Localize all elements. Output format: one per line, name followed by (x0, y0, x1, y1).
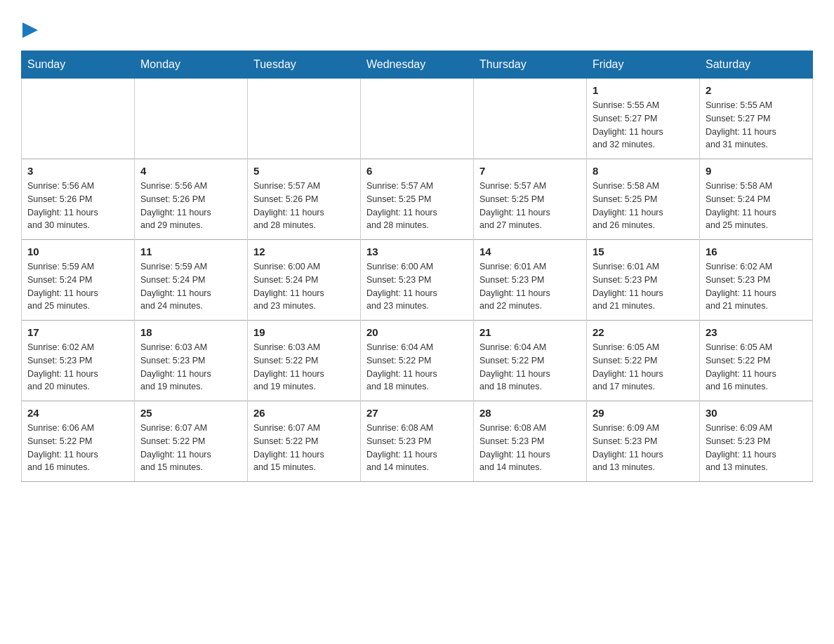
calendar-cell: 13Sunrise: 6:00 AMSunset: 5:23 PMDayligh… (361, 240, 474, 321)
calendar-cell: 19Sunrise: 6:03 AMSunset: 5:22 PMDayligh… (248, 321, 361, 401)
calendar-week-row: 10Sunrise: 5:59 AMSunset: 5:24 PMDayligh… (22, 240, 813, 321)
calendar-week-row: 1Sunrise: 5:55 AMSunset: 5:27 PMDaylight… (22, 79, 813, 159)
calendar-cell: 14Sunrise: 6:01 AMSunset: 5:23 PMDayligh… (474, 240, 587, 321)
day-info: Sunrise: 6:09 AMSunset: 5:23 PMDaylight:… (593, 422, 694, 474)
calendar-cell: 28Sunrise: 6:08 AMSunset: 5:23 PMDayligh… (474, 401, 587, 482)
svg-marker-0 (22, 22, 38, 38)
day-info: Sunrise: 5:58 AMSunset: 5:24 PMDaylight:… (706, 180, 807, 232)
calendar-cell (22, 79, 135, 159)
calendar-cell (248, 79, 361, 159)
day-number: 27 (366, 407, 468, 419)
day-info: Sunrise: 6:04 AMSunset: 5:22 PMDaylight:… (479, 341, 581, 394)
calendar-cell: 15Sunrise: 6:01 AMSunset: 5:23 PMDayligh… (587, 240, 700, 321)
day-number: 30 (706, 407, 807, 419)
calendar-cell: 30Sunrise: 6:09 AMSunset: 5:23 PMDayligh… (700, 401, 813, 482)
day-info: Sunrise: 6:08 AMSunset: 5:23 PMDaylight:… (479, 422, 581, 474)
logo (21, 21, 38, 38)
day-number: 7 (479, 165, 581, 177)
calendar-cell: 8Sunrise: 5:58 AMSunset: 5:25 PMDaylight… (587, 159, 700, 240)
calendar-cell: 1Sunrise: 5:55 AMSunset: 5:27 PMDaylight… (587, 79, 700, 159)
calendar-cell: 2Sunrise: 5:55 AMSunset: 5:27 PMDaylight… (700, 79, 813, 159)
day-info: Sunrise: 5:57 AMSunset: 5:26 PMDaylight:… (253, 180, 355, 232)
weekday-header-saturday: Saturday (700, 51, 813, 79)
weekday-header-tuesday: Tuesday (248, 51, 361, 79)
day-info: Sunrise: 5:58 AMSunset: 5:25 PMDaylight:… (593, 180, 694, 232)
day-number: 1 (593, 84, 694, 96)
page-header (21, 14, 813, 38)
calendar-cell: 9Sunrise: 5:58 AMSunset: 5:24 PMDaylight… (700, 159, 813, 240)
calendar-cell: 5Sunrise: 5:57 AMSunset: 5:26 PMDaylight… (248, 159, 361, 240)
calendar-cell: 3Sunrise: 5:56 AMSunset: 5:26 PMDaylight… (22, 159, 135, 240)
day-number: 29 (593, 407, 694, 419)
calendar-cell: 18Sunrise: 6:03 AMSunset: 5:23 PMDayligh… (135, 321, 248, 401)
day-info: Sunrise: 6:03 AMSunset: 5:22 PMDaylight:… (253, 341, 355, 394)
day-info: Sunrise: 5:56 AMSunset: 5:26 PMDaylight:… (27, 180, 128, 232)
day-number: 17 (27, 326, 128, 338)
day-number: 20 (366, 326, 468, 338)
calendar-cell (361, 79, 474, 159)
day-number: 10 (27, 246, 128, 257)
day-number: 18 (140, 326, 241, 338)
day-number: 2 (706, 84, 807, 96)
calendar-cell: 6Sunrise: 5:57 AMSunset: 5:25 PMDaylight… (361, 159, 474, 240)
day-info: Sunrise: 5:59 AMSunset: 5:24 PMDaylight:… (140, 260, 241, 313)
weekday-header-thursday: Thursday (474, 51, 587, 79)
day-number: 25 (140, 407, 241, 419)
calendar-cell (135, 79, 248, 159)
day-number: 28 (479, 407, 581, 419)
calendar-cell: 25Sunrise: 6:07 AMSunset: 5:22 PMDayligh… (135, 401, 248, 482)
calendar-table: SundayMondayTuesdayWednesdayThursdayFrid… (21, 51, 813, 482)
day-number: 4 (140, 165, 241, 177)
logo-icon (21, 21, 38, 38)
day-number: 6 (366, 165, 468, 177)
day-info: Sunrise: 6:02 AMSunset: 5:23 PMDaylight:… (27, 341, 128, 394)
day-number: 3 (27, 165, 128, 177)
calendar-cell: 29Sunrise: 6:09 AMSunset: 5:23 PMDayligh… (587, 401, 700, 482)
day-info: Sunrise: 6:08 AMSunset: 5:23 PMDaylight:… (366, 422, 468, 474)
day-info: Sunrise: 6:06 AMSunset: 5:22 PMDaylight:… (27, 422, 128, 474)
day-number: 9 (706, 165, 807, 177)
day-info: Sunrise: 5:55 AMSunset: 5:27 PMDaylight:… (593, 99, 694, 152)
day-info: Sunrise: 6:02 AMSunset: 5:23 PMDaylight:… (706, 260, 807, 313)
calendar-week-row: 17Sunrise: 6:02 AMSunset: 5:23 PMDayligh… (22, 321, 813, 401)
calendar-cell: 4Sunrise: 5:56 AMSunset: 5:26 PMDaylight… (135, 159, 248, 240)
weekday-header-monday: Monday (135, 51, 248, 79)
weekday-header-row: SundayMondayTuesdayWednesdayThursdayFrid… (22, 51, 813, 79)
weekday-header-friday: Friday (587, 51, 700, 79)
day-info: Sunrise: 5:55 AMSunset: 5:27 PMDaylight:… (706, 99, 807, 152)
day-number: 14 (479, 246, 581, 257)
day-number: 12 (253, 246, 355, 257)
calendar-cell: 23Sunrise: 6:05 AMSunset: 5:22 PMDayligh… (700, 321, 813, 401)
day-info: Sunrise: 5:59 AMSunset: 5:24 PMDaylight:… (27, 260, 128, 313)
day-info: Sunrise: 6:00 AMSunset: 5:24 PMDaylight:… (253, 260, 355, 313)
day-info: Sunrise: 5:57 AMSunset: 5:25 PMDaylight:… (479, 180, 581, 232)
day-number: 16 (706, 246, 807, 257)
logo-triangle-icon (22, 22, 38, 38)
weekday-header-sunday: Sunday (22, 51, 135, 79)
day-info: Sunrise: 6:03 AMSunset: 5:23 PMDaylight:… (140, 341, 241, 394)
calendar-cell: 26Sunrise: 6:07 AMSunset: 5:22 PMDayligh… (248, 401, 361, 482)
day-number: 26 (253, 407, 355, 419)
day-number: 23 (706, 326, 807, 338)
calendar-cell: 7Sunrise: 5:57 AMSunset: 5:25 PMDaylight… (474, 159, 587, 240)
day-number: 13 (366, 246, 468, 257)
calendar-cell: 16Sunrise: 6:02 AMSunset: 5:23 PMDayligh… (700, 240, 813, 321)
calendar-cell (474, 79, 587, 159)
day-info: Sunrise: 6:01 AMSunset: 5:23 PMDaylight:… (479, 260, 581, 313)
calendar-week-row: 24Sunrise: 6:06 AMSunset: 5:22 PMDayligh… (22, 401, 813, 482)
calendar-cell: 22Sunrise: 6:05 AMSunset: 5:22 PMDayligh… (587, 321, 700, 401)
day-info: Sunrise: 6:07 AMSunset: 5:22 PMDaylight:… (253, 422, 355, 474)
day-number: 19 (253, 326, 355, 338)
day-number: 24 (27, 407, 128, 419)
day-info: Sunrise: 5:57 AMSunset: 5:25 PMDaylight:… (366, 180, 468, 232)
day-info: Sunrise: 6:05 AMSunset: 5:22 PMDaylight:… (706, 341, 807, 394)
day-number: 5 (253, 165, 355, 177)
day-info: Sunrise: 6:05 AMSunset: 5:22 PMDaylight:… (593, 341, 694, 394)
day-number: 22 (593, 326, 694, 338)
day-info: Sunrise: 6:09 AMSunset: 5:23 PMDaylight:… (706, 422, 807, 474)
calendar-cell: 21Sunrise: 6:04 AMSunset: 5:22 PMDayligh… (474, 321, 587, 401)
weekday-header-wednesday: Wednesday (361, 51, 474, 79)
day-info: Sunrise: 6:04 AMSunset: 5:22 PMDaylight:… (366, 341, 468, 394)
calendar-cell: 12Sunrise: 6:00 AMSunset: 5:24 PMDayligh… (248, 240, 361, 321)
calendar-cell: 27Sunrise: 6:08 AMSunset: 5:23 PMDayligh… (361, 401, 474, 482)
